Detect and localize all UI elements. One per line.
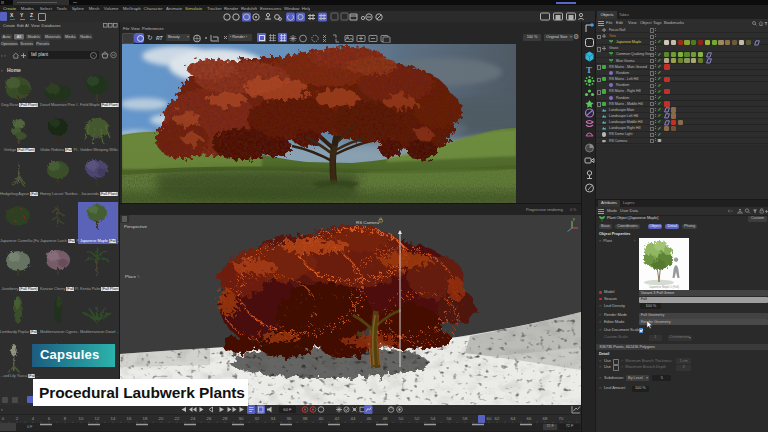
svg-text:60 F: 60 F — [283, 407, 292, 412]
svg-text:Character: Character — [144, 6, 164, 11]
svg-text:18: 18 — [143, 416, 148, 421]
svg-text:Edit: Edit — [616, 20, 624, 25]
svg-text:Place: Place — [125, 274, 137, 279]
svg-text:Volume: Volume — [104, 6, 119, 11]
svg-text:32: 32 — [255, 416, 260, 421]
svg-text:0: 0 — [2, 416, 5, 421]
svg-text:MoGraph: MoGraph — [123, 6, 142, 11]
svg-text:Object: Object — [640, 20, 652, 25]
svg-text:46: 46 — [367, 416, 372, 421]
svg-text:Select: Select — [40, 6, 53, 11]
svg-text:y: y — [573, 217, 575, 221]
svg-text:60.0 fps : 1000 %: 60.0 fps : 1000 % — [545, 399, 574, 403]
svg-text:Render: Render — [224, 6, 239, 11]
svg-text:38: 38 — [303, 416, 308, 421]
svg-text:Window: Window — [284, 6, 300, 11]
svg-text:34: 34 — [271, 416, 276, 421]
svg-text:Tools: Tools — [57, 6, 68, 11]
svg-text:68: 68 — [543, 416, 548, 421]
svg-text:Perspective: Perspective — [124, 224, 147, 229]
svg-text:2: 2 — [16, 416, 19, 421]
svg-text:20: 20 — [159, 416, 164, 421]
svg-text:T: T — [586, 65, 592, 75]
svg-text:View: View — [628, 20, 637, 25]
svg-text:42: 42 — [335, 416, 340, 421]
svg-text:Redshift: Redshift — [241, 6, 258, 11]
svg-text:40: 40 — [319, 416, 324, 421]
svg-text:Mode: Mode — [607, 208, 618, 213]
svg-text:Create: Create — [3, 6, 17, 11]
svg-text:User Data: User Data — [620, 208, 639, 213]
svg-text:Bookmarks: Bookmarks — [664, 20, 684, 25]
svg-text:Extensions: Extensions — [260, 6, 282, 11]
svg-text:50: 50 — [399, 416, 404, 421]
svg-text:16: 16 — [127, 416, 132, 421]
svg-text:52: 52 — [415, 416, 420, 421]
svg-text:File: File — [606, 20, 613, 25]
svg-text:44: 44 — [351, 416, 356, 421]
svg-text:26: 26 — [207, 416, 212, 421]
svg-text:64: 64 — [511, 416, 516, 421]
svg-text:8: 8 — [64, 416, 67, 421]
svg-text:10: 10 — [79, 416, 84, 421]
svg-text:Mesh: Mesh — [89, 6, 100, 11]
svg-text:54: 54 — [431, 416, 436, 421]
svg-text:12: 12 — [95, 416, 100, 421]
svg-text:70: 70 — [559, 416, 564, 421]
svg-text:14: 14 — [111, 416, 116, 421]
svg-text:RS Camera: RS Camera — [356, 220, 379, 225]
svg-text:24: 24 — [191, 416, 196, 421]
svg-text:Japanese Maple 1 (Fall): Japanese Maple 1 (Fall) — [649, 285, 679, 289]
svg-text:Preferences: Preferences — [142, 26, 164, 31]
svg-text:22: 22 — [175, 416, 180, 421]
svg-text:36: 36 — [287, 416, 292, 421]
svg-text:6: 6 — [48, 416, 51, 421]
svg-text:✎: ✎ — [137, 274, 140, 279]
svg-text:Animate: Animate — [166, 6, 183, 11]
svg-text:30: 30 — [239, 416, 244, 421]
svg-text:56: 56 — [447, 416, 452, 421]
svg-text:Tags: Tags — [653, 20, 661, 25]
svg-text:4: 4 — [32, 416, 35, 421]
svg-text:View: View — [131, 26, 140, 31]
svg-text:Tracker: Tracker — [207, 6, 222, 11]
svg-text:66: 66 — [527, 416, 532, 421]
svg-text:Help: Help — [302, 6, 310, 11]
svg-text:58: 58 — [463, 416, 468, 421]
svg-text:28: 28 — [223, 416, 228, 421]
svg-text:Simulate: Simulate — [185, 6, 203, 11]
svg-text:Modes: Modes — [21, 6, 35, 11]
svg-text:60: 60 — [487, 416, 492, 421]
svg-text:62: 62 — [495, 416, 500, 421]
svg-text:48: 48 — [383, 416, 388, 421]
svg-text:Spline: Spline — [72, 6, 85, 11]
svg-text:File: File — [123, 26, 130, 31]
